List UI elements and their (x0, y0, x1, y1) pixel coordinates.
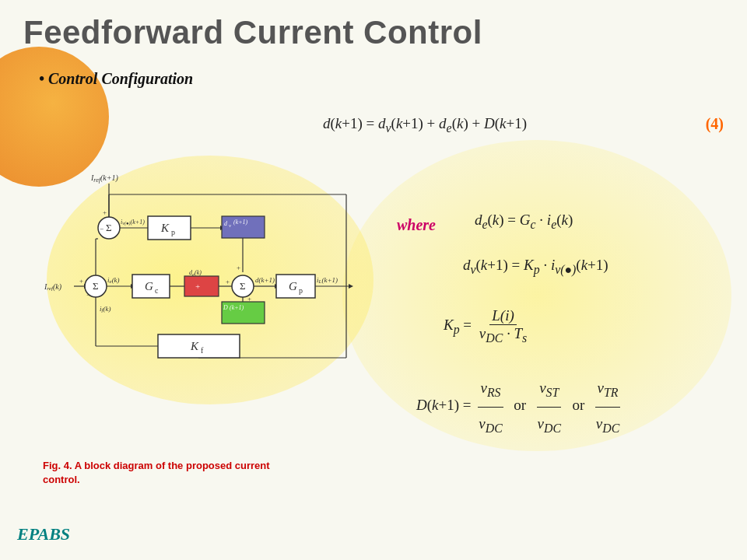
svg-text:+: + (195, 282, 200, 291)
svg-text:(k+1): (k+1) (230, 304, 244, 311)
svg-text:+: + (79, 277, 83, 285)
subtitle: • Control Configuration (39, 70, 193, 88)
slide-title: Feedforward Current Control (23, 14, 482, 51)
equation-3: dv(k+1) = Kp · iv(●)(k+1) (463, 257, 608, 277)
svg-text:ie(k): ie(k) (107, 276, 120, 285)
svg-text:D: D (223, 304, 228, 311)
diagram-svg: Iref(k+1) + Σ iv(●)(k+1) K p d (43, 171, 377, 404)
svg-text:Iref(k): Iref(k) (44, 282, 62, 292)
svg-text:(k+1): (k+1) (233, 219, 248, 226)
svg-text:G: G (145, 280, 153, 292)
diagram-caption: Fig. 4. A block diagram of the proposed … (43, 459, 307, 487)
svg-text:K: K (190, 340, 199, 352)
svg-text:−: − (86, 291, 90, 299)
equation-4: Kp = L(i) vDC · Ts (444, 307, 531, 345)
svg-text:p: p (171, 228, 175, 236)
svg-text:+: + (247, 295, 251, 303)
equation-1: d(k+1) = dv(k+1) + de(k) + D(k+1) (323, 115, 527, 135)
svg-text:Σ: Σ (106, 222, 112, 233)
where-label: where (397, 216, 436, 234)
svg-text:+: + (226, 278, 230, 285)
logo: EPABS (16, 520, 78, 551)
svg-marker-52 (349, 284, 353, 289)
svg-text:EPABS: EPABS (16, 524, 70, 544)
svg-text:iL(k+1): iL(k+1) (317, 276, 338, 285)
equation-2: de(k) = Gc · ie(k) (475, 212, 573, 232)
svg-rect-56 (158, 334, 240, 358)
svg-rect-7 (148, 216, 191, 240)
equation-5: D(k+1) = vRS vDC or vST vDC or vTR vDC (416, 372, 623, 442)
svg-text:if(k): if(k) (100, 305, 110, 313)
svg-text:−: − (100, 225, 103, 233)
svg-text:Iref(k+1): Iref(k+1) (90, 173, 118, 184)
eq-number: (4) (706, 115, 724, 133)
svg-text:G: G (289, 280, 297, 292)
svg-text:p: p (299, 286, 303, 295)
slide: Feedforward Current Control • Control Co… (0, 0, 747, 560)
svg-rect-33 (184, 276, 219, 296)
svg-text:d(k+1): d(k+1) (255, 276, 275, 284)
svg-text:+: + (103, 208, 107, 216)
svg-text:+: + (237, 264, 240, 271)
block-diagram: Iref(k+1) + Σ iv(●)(k+1) K p d (43, 171, 377, 412)
svg-text:Σ: Σ (240, 280, 246, 292)
svg-text:K: K (160, 222, 170, 234)
svg-text:iv(●)(k+1): iv(●)(k+1) (121, 219, 145, 226)
svg-text:c: c (155, 286, 159, 295)
svg-text:Σ: Σ (93, 280, 99, 292)
